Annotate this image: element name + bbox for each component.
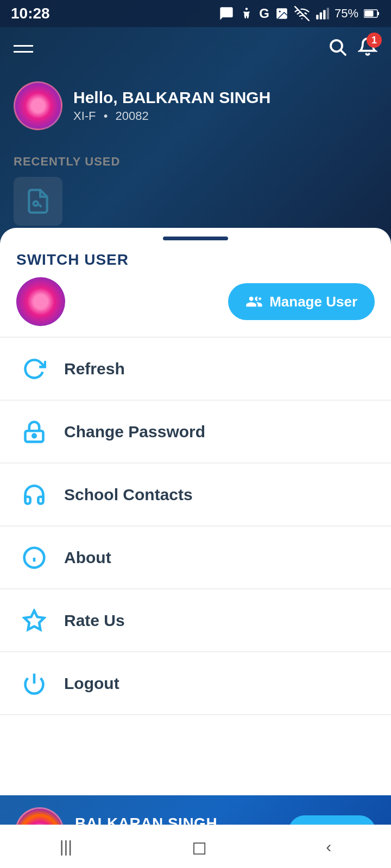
svg-point-2 [279,11,281,12]
refresh-icon-wrap [19,354,49,384]
android-nav-bar: ||| ◻ ‹ [0,825,391,868]
notification-button[interactable]: 1 [358,37,377,61]
android-back-button[interactable]: ‹ [310,832,348,861]
battery-percent: 75% [335,7,358,21]
star-icon [22,609,46,633]
star-icon-wrap [19,605,49,635]
menu-item-refresh[interactable]: Refresh [0,337,391,400]
user-detail: XI-F • 20082 [73,109,270,123]
accessibility-icon [239,7,254,21]
svg-rect-4 [320,12,322,20]
user-avatar [14,81,62,130]
user-header: Hello, BALKARAN SINGH XI-F • 20082 [0,71,391,141]
menu-label-refresh: Refresh [64,360,125,378]
menu-label-rate-us: Rate Us [64,611,125,630]
info-icon [22,546,46,570]
menu-item-rate-us[interactable]: Rate Us [0,589,391,652]
menu-list: Refresh Change Password School Contact [0,337,391,795]
handle-bar [163,237,228,240]
message-icon [219,6,234,21]
menu-item-about[interactable]: About [0,526,391,589]
user-info: Hello, BALKARAN SINGH XI-F • 20082 [73,88,270,123]
headset-icon-wrap [19,480,49,509]
search-button[interactable] [327,37,347,61]
top-nav: 1 [0,27,391,71]
menu-label-about: About [64,548,111,567]
switch-user-title: SWITCH USER [16,251,375,269]
wifi-icon [294,6,310,21]
svg-rect-3 [316,15,318,20]
divider-6 [0,714,391,715]
status-bar: 10:28 G 75% [0,0,391,27]
lock-icon [22,420,46,444]
status-time: 10:28 [11,5,50,22]
power-icon [22,672,46,695]
info-icon-wrap [19,542,49,572]
signal-icon [315,7,329,21]
menu-item-change-password[interactable]: Change Password [0,400,391,463]
user-greeting: Hello, BALKARAN SINGH [73,88,270,107]
menu-item-logout[interactable]: Logout [0,652,391,714]
menu-label-school-contacts: School Contacts [64,486,193,504]
g-icon: G [259,6,269,21]
svg-rect-9 [365,11,374,17]
refresh-icon [22,357,46,381]
menu-label-logout: Logout [64,674,119,693]
manage-user-button[interactable]: Manage User [228,283,375,320]
menu-item-school-contacts[interactable]: School Contacts [0,463,391,526]
bottom-sheet: SWITCH USER Manage User [0,228,391,868]
status-icons: G 75% [219,6,380,21]
sheet-handle[interactable] [0,228,391,246]
manage-user-label: Manage User [269,293,357,310]
switch-user-row: Manage User [16,277,375,326]
svg-rect-8 [377,12,379,15]
menu-label-change-password: Change Password [64,423,205,441]
manage-user-icon [245,293,263,310]
svg-line-11 [341,50,345,55]
lock-icon-wrap [19,417,49,446]
switch-user-avatar[interactable] [16,277,65,326]
hamburger-menu[interactable] [14,45,33,53]
battery-icon [364,8,380,19]
image-icon [275,7,289,21]
android-home-button[interactable]: ◻ [175,831,223,863]
svg-rect-5 [323,10,325,20]
svg-rect-6 [327,8,329,20]
switch-user-section: SWITCH USER Manage User [0,246,391,337]
nav-icons-group: 1 [327,37,377,61]
headset-icon [22,483,46,507]
user-roll: 20082 [116,109,149,123]
svg-marker-22 [24,610,44,629]
power-icon-wrap [19,668,49,698]
android-recents-button[interactable]: ||| [43,832,89,861]
svg-point-0 [245,8,248,10]
notification-badge: 1 [367,33,382,48]
user-class: XI-F [73,109,96,123]
